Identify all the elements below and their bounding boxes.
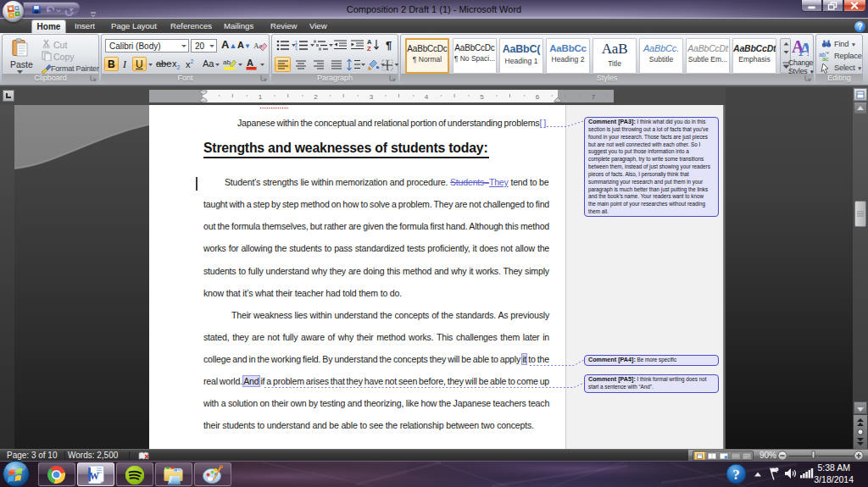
svg-text:ac: ac <box>822 56 829 61</box>
svg-text:1: 1 <box>259 93 263 101</box>
svg-text:Z: Z <box>367 45 371 52</box>
svg-text:2: 2 <box>314 93 318 101</box>
svg-text:4: 4 <box>425 93 429 101</box>
svg-text:?: ? <box>732 467 740 483</box>
svg-text:7: 7 <box>592 93 596 101</box>
svg-text:W: W <box>90 471 100 481</box>
svg-text:A: A <box>247 58 253 68</box>
svg-text:5: 5 <box>480 93 484 101</box>
svg-text:3: 3 <box>370 93 374 101</box>
svg-text:6: 6 <box>536 93 540 101</box>
svg-text:A: A <box>798 38 809 59</box>
svg-text:3: 3 <box>295 47 298 52</box>
